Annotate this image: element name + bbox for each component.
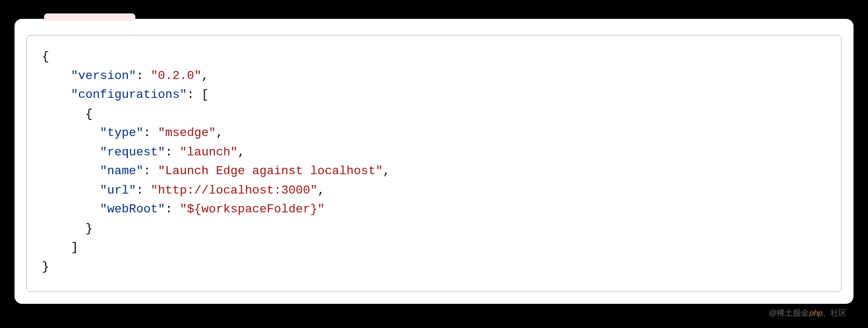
code-block[interactable]: { "version": "0.2.0", "configurations": … (42, 47, 826, 277)
code-token-pn (42, 202, 100, 216)
code-token-str: "Launch Edge against localhost" (158, 164, 383, 178)
code-token-key: "type" (100, 126, 143, 140)
code-token-colon: : (165, 202, 180, 216)
code-token-str: "http://localhost:3000" (151, 183, 318, 197)
code-token-colon: : (165, 145, 180, 159)
code-token-colon: : (187, 88, 201, 102)
code-token-key: "version" (71, 69, 136, 83)
code-token-str: "${workspaceFolder}" (180, 202, 325, 216)
code-token-pn (42, 164, 100, 178)
watermark-suffix: 、社区 (822, 308, 847, 317)
code-token-key: "name" (100, 164, 143, 178)
code-token-pn (42, 183, 100, 197)
code-token-pn (42, 145, 100, 159)
code-token-key: "webRoot" (100, 202, 165, 216)
code-token-colon: : (136, 183, 151, 197)
code-token-pn: , (238, 145, 245, 159)
code-token-pn (42, 126, 100, 140)
watermark-brand: php (809, 308, 823, 317)
code-token-pn: [ (201, 88, 209, 102)
code-token-key: "url" (100, 183, 136, 197)
tab-highlight (44, 13, 135, 21)
code-token-colon: : (136, 69, 151, 83)
code-token-str: "0.2.0" (151, 69, 202, 83)
code-token-pn: , (317, 183, 325, 197)
code-token-str: "msedge" (158, 126, 216, 140)
code-token-pn: } (42, 222, 93, 236)
code-token-pn: } (42, 260, 49, 274)
watermark-prefix: @稀土掘金 (769, 308, 809, 317)
code-token-pn: , (383, 164, 390, 178)
code-token-colon: : (143, 126, 158, 140)
code-token-str: "launch" (180, 145, 238, 159)
code-token-pn: { (42, 49, 49, 63)
code-token-colon: : (143, 164, 158, 178)
code-container: { "version": "0.2.0", "configurations": … (26, 35, 842, 292)
code-token-key: "configurations" (71, 88, 187, 102)
watermark: @稀土掘金php、社区 (769, 308, 847, 318)
code-token-pn: , (216, 126, 223, 140)
tab-row (44, 13, 135, 21)
code-token-pn (42, 69, 71, 83)
code-token-key: "request" (100, 145, 165, 159)
code-token-pn (42, 88, 71, 102)
code-token-pn: , (201, 69, 209, 83)
code-card: { "version": "0.2.0", "configurations": … (15, 19, 853, 304)
code-token-pn: { (42, 107, 93, 121)
code-token-pn: ] (42, 240, 78, 254)
